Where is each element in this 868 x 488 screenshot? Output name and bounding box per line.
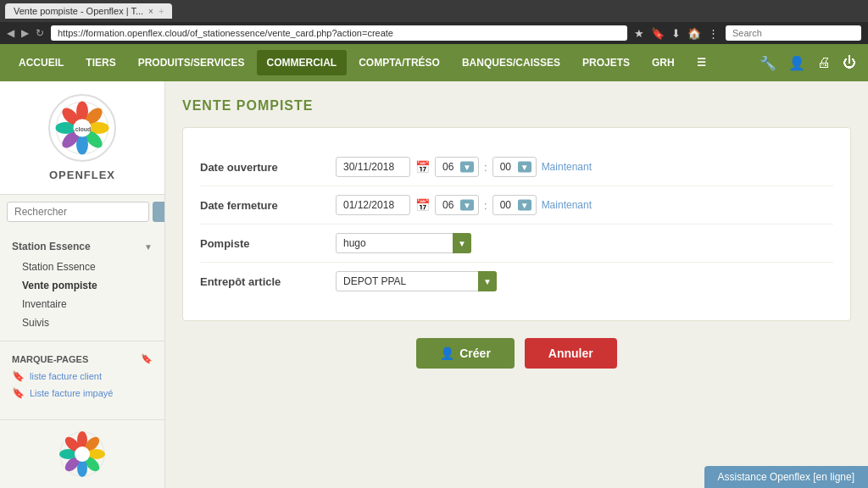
nav-produits[interactable]: PRODUITS/SERVICES <box>128 50 255 75</box>
minute-ouverture-select[interactable]: 00 <box>492 157 537 177</box>
create-icon: 👤 <box>440 347 454 360</box>
nav-tool-icon[interactable]: 🔧 <box>756 52 780 75</box>
sidebar: .cloud OPENFLEX ▼ Station Essence ▼ Stat… <box>0 81 165 488</box>
minute-fermeture-wrapper: 00 ▼ <box>492 195 537 215</box>
form-row-date-ouverture: Date ouverture 📅 06 ▼ : 00 <box>200 148 833 186</box>
form-row-date-fermeture: Date fermeture 📅 06 ▼ : 00 <box>200 186 833 225</box>
nav-power-icon[interactable]: ⏻ <box>839 52 860 74</box>
tab-label: Vente pompiste - Openflex | T... <box>14 6 143 16</box>
form-row-entrepot: Entrepôt article DEPOT PPAL ▼ <box>200 263 833 300</box>
bookmark-label-1: liste facture client <box>30 371 102 381</box>
sidebar-logo-name: OPENFLEX <box>49 169 115 181</box>
back-icon[interactable]: ◀ <box>7 27 14 39</box>
browser-tab[interactable]: Vente pompiste - Openflex | T... × + <box>5 3 172 19</box>
maintenant-fermeture-link[interactable]: Maintenant <box>542 199 592 211</box>
create-button[interactable]: 👤 Créer <box>416 338 515 369</box>
bookmark-label-2: Liste facture impayé <box>30 388 113 398</box>
page-title: VENTE POMPISTE <box>182 98 851 114</box>
sidebar-station-essence-section: Station Essence ▼ Station Essence Vente … <box>0 229 164 339</box>
openflex-logo: .cloud <box>53 98 112 158</box>
nav-accueil[interactable]: ACCUEIL <box>8 50 74 75</box>
hour-ouverture-wrapper: 06 ▼ <box>435 157 479 177</box>
bookmark-icon-2: 🔖 <box>12 387 25 399</box>
form-card: Date ouverture 📅 06 ▼ : 00 <box>182 127 851 321</box>
browser-addressbar: ◀ ▶ ↻ ★ 🔖 ⬇ 🏠 ⋮ <box>0 22 868 44</box>
create-label: Créer <box>459 347 491 360</box>
nav-commercial[interactable]: COMMERCIAL <box>257 50 348 75</box>
nav-star-icon[interactable]: ★ <box>634 27 644 40</box>
cancel-label: Annuler <box>548 347 593 360</box>
bookmark-icon-1: 🔖 <box>12 370 25 382</box>
minute-fermeture-select[interactable]: 00 <box>492 195 537 215</box>
logo-section: .cloud OPENFLEX <box>0 81 164 195</box>
svg-point-20 <box>75 446 90 462</box>
nav-banques[interactable]: BANQUES/CAISSES <box>452 50 570 75</box>
nav-print-icon[interactable]: 🖨 <box>814 52 834 74</box>
nav-menu-icon[interactable]: ☰ <box>687 50 716 75</box>
sidebar-link-suivis[interactable]: Suivis <box>8 313 156 332</box>
cancel-button[interactable]: Annuler <box>525 338 617 369</box>
pompiste-select[interactable]: hugo <box>336 233 471 253</box>
label-pompiste: Pompiste <box>200 237 336 250</box>
calendar-ouverture-icon[interactable]: 📅 <box>415 160 430 174</box>
sidebar-section-title[interactable]: Station Essence ▼ <box>8 236 156 258</box>
forward-icon[interactable]: ▶ <box>21 27 29 39</box>
nav-grh[interactable]: GRH <box>642 50 685 75</box>
bookmark-item-2[interactable]: 🔖 Liste facture impayé <box>8 385 156 402</box>
nav-tiers[interactable]: TIERS <box>75 50 125 75</box>
hour-fermeture-wrapper: 06 ▼ <box>435 195 479 215</box>
sidebar-link-inventaire[interactable]: Inventaire <box>8 295 156 313</box>
minute-ouverture-wrapper: 00 ▼ <box>492 157 537 177</box>
sidebar-search-input[interactable] <box>7 202 149 222</box>
controls-entrepot: DEPOT PPAL ▼ <box>336 271 497 291</box>
nav-bookmark-icon[interactable]: 🔖 <box>651 27 665 40</box>
bookmarks-label: MARQUE-PAGES <box>12 354 88 364</box>
button-row: 👤 Créer Annuler <box>182 338 851 369</box>
logo-circle: .cloud <box>48 94 116 162</box>
tab-close-icon[interactable]: × <box>148 7 153 16</box>
sidebar-link-vente-pompiste[interactable]: Vente pompiste <box>8 276 156 295</box>
entrepot-select[interactable]: DEPOT PPAL <box>336 271 497 291</box>
nav-user-icon[interactable]: 👤 <box>785 52 809 75</box>
sidebar-bottom <box>0 419 164 488</box>
nav-compta[interactable]: COMPTA/TRÉSO <box>348 50 450 75</box>
sidebar-section-label: Station Essence <box>12 241 91 252</box>
nav-menu-icon[interactable]: ⋮ <box>708 27 719 40</box>
label-date-ouverture: Date ouverture <box>200 161 336 174</box>
date-fermeture-input[interactable] <box>336 195 410 215</box>
address-bar[interactable] <box>51 25 627 41</box>
sidebar-bookmarks: MARQUE-PAGES 🔖 🔖 liste facture client 🔖 … <box>0 343 164 408</box>
maintenant-ouverture-link[interactable]: Maintenant <box>542 161 592 173</box>
date-ouverture-input[interactable] <box>336 157 410 177</box>
svg-text:.cloud: .cloud <box>74 126 92 132</box>
browser-chrome: Vente pompiste - Openflex | T... × + <box>0 0 868 22</box>
sidebar-link-station-essence[interactable]: Station Essence <box>8 258 156 276</box>
search-section: ▼ <box>0 195 164 229</box>
main-layout: .cloud OPENFLEX ▼ Station Essence ▼ Stat… <box>0 81 868 488</box>
assistance-bar[interactable]: Assistance Openflex [en ligne] <box>704 466 868 488</box>
bookmark-item-1[interactable]: 🔖 liste facture client <box>8 368 156 385</box>
label-date-fermeture: Date fermeture <box>200 199 336 212</box>
browser-search-input[interactable] <box>726 25 861 41</box>
nav-download-icon[interactable]: ⬇ <box>671 27 681 40</box>
label-entrepot: Entrepôt article <box>200 275 336 288</box>
controls-date-fermeture: 📅 06 ▼ : 00 ▼ Maintenant <box>336 195 592 215</box>
bookmarks-title: MARQUE-PAGES 🔖 <box>8 350 156 368</box>
nav-projets[interactable]: PROJETS <box>572 50 640 75</box>
entrepot-select-container: DEPOT PPAL ▼ <box>336 271 497 291</box>
new-tab-icon[interactable]: + <box>159 6 164 16</box>
reload-icon[interactable]: ↻ <box>36 27 44 39</box>
sidebar-section-arrow: ▼ <box>144 242 153 252</box>
pompiste-select-container: hugo ▼ <box>336 233 471 253</box>
content-area: VENTE POMPISTE Date ouverture 📅 06 ▼ : <box>165 81 868 488</box>
form-row-pompiste: Pompiste hugo ▼ <box>200 225 833 263</box>
hour-ouverture-select[interactable]: 06 <box>435 157 479 177</box>
controls-pompiste: hugo ▼ <box>336 233 471 253</box>
nav-actions: 🔧 👤 🖨 ⏻ <box>756 52 860 75</box>
hour-fermeture-select[interactable]: 06 <box>435 195 479 215</box>
bookmarks-icon: 🔖 <box>141 353 153 364</box>
top-navbar: ACCUEIL TIERS PRODUITS/SERVICES COMMERCI… <box>0 44 868 81</box>
sidebar-search-dropdown[interactable]: ▼ <box>153 202 165 222</box>
calendar-fermeture-icon[interactable]: 📅 <box>415 198 430 212</box>
nav-home-icon[interactable]: 🏠 <box>687 27 701 40</box>
